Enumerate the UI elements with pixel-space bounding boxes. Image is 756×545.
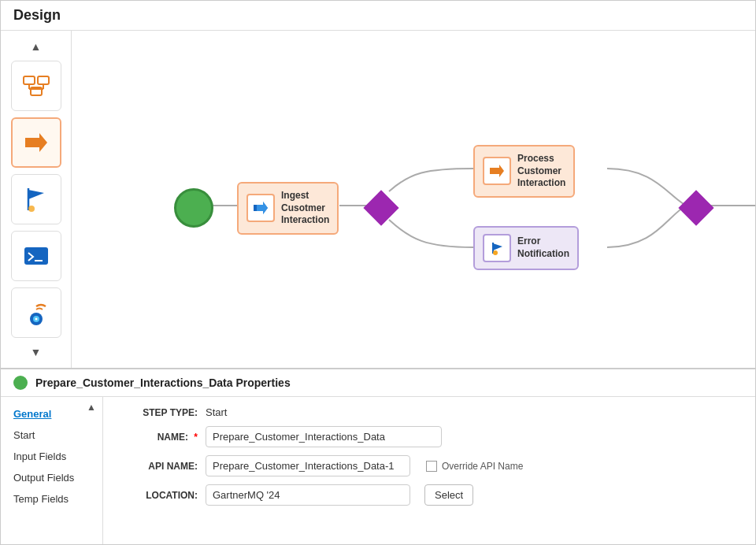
diamond2-container <box>682 194 710 222</box>
flow-icon <box>20 70 52 102</box>
diamond1-node[interactable] <box>367 194 395 222</box>
override-checkbox[interactable] <box>426 461 437 472</box>
step-type-row: Step Type: Start <box>119 406 739 418</box>
diamond1-container <box>367 194 395 222</box>
header-title: Design <box>13 7 61 23</box>
error-notification-box: ErrorNotification <box>473 226 579 270</box>
main-container: Design ▲ <box>0 0 756 545</box>
canvas: IngestCusotmerInteraction ProcessCus <box>72 31 755 368</box>
sidebar-item-arrow[interactable] <box>11 117 61 168</box>
start-circle <box>174 188 213 228</box>
nav-item-input-fields[interactable]: Input Fields <box>1 446 102 467</box>
svg-marker-20 <box>257 202 268 214</box>
location-label: Location: <box>119 490 198 501</box>
process-customer-node[interactable]: ProcessCustomerInteraction <box>473 145 575 198</box>
api-name-row: API Name: Override API Name <box>119 455 739 476</box>
svg-rect-11 <box>24 247 48 265</box>
sidebar-item-flag[interactable] <box>11 174 61 224</box>
svg-rect-0 <box>24 76 35 84</box>
name-row: Name: * <box>119 426 739 447</box>
location-input[interactable] <box>206 484 410 506</box>
svg-point-24 <box>493 250 498 255</box>
svg-point-15 <box>35 318 37 321</box>
properties-header-icon <box>13 376 28 390</box>
satellite-icon <box>22 298 50 327</box>
error-notification-node[interactable]: ErrorNotification <box>473 226 579 270</box>
svg-point-10 <box>28 206 35 212</box>
diamond2-node[interactable] <box>682 194 710 222</box>
svg-marker-21 <box>490 165 504 177</box>
design-area: ▲ <box>1 31 755 369</box>
step-type-label: Step Type: <box>119 407 198 418</box>
properties-nav-chevron[interactable]: ▲ <box>87 402 96 413</box>
error-notification-label: ErrorNotification <box>517 235 569 260</box>
error-notification-icon <box>483 234 511 262</box>
api-name-label: API Name: <box>119 461 198 472</box>
ingest-icon <box>246 194 275 222</box>
arrow-icon <box>22 128 50 157</box>
sidebar-chevron-down[interactable]: ▼ <box>28 343 45 361</box>
properties-content: ▲ General Start Input Fields Output Fiel… <box>1 397 755 544</box>
diamond2 <box>678 190 713 225</box>
properties-panel: Prepare_Customer_Interactions_Data Prope… <box>1 369 755 544</box>
flag-icon <box>22 185 50 213</box>
process-customer-box: ProcessCustomerInteraction <box>473 145 575 198</box>
override-label: Override API Name <box>442 461 523 472</box>
step-type-value: Start <box>206 406 227 418</box>
location-row: Location: Select <box>119 484 739 506</box>
sidebar-chevron-up[interactable]: ▲ <box>28 37 45 56</box>
header: Design <box>1 1 755 31</box>
start-node[interactable] <box>174 188 213 228</box>
nav-item-temp-fields[interactable]: Temp Fields <box>1 488 102 510</box>
sidebar-item-satellite[interactable] <box>11 287 61 338</box>
select-button[interactable]: Select <box>424 484 473 506</box>
ingest-process-box: IngestCusotmerInteraction <box>237 182 339 235</box>
process-customer-icon <box>483 157 511 185</box>
sidebar-item-flow[interactable] <box>11 61 61 111</box>
api-name-input[interactable] <box>206 455 410 476</box>
properties-nav: ▲ General Start Input Fields Output Fiel… <box>1 397 103 544</box>
svg-marker-9 <box>28 190 44 199</box>
diamond1 <box>363 190 398 225</box>
name-label: Name: * <box>119 432 198 443</box>
name-input[interactable] <box>206 426 442 447</box>
properties-header: Prepare_Customer_Interactions_Data Prope… <box>1 369 755 397</box>
override-container: Override API Name <box>426 461 523 472</box>
svg-marker-7 <box>25 133 47 152</box>
required-star: * <box>194 432 198 443</box>
properties-form: Step Type: Start Name: * API Name: <box>103 397 755 544</box>
svg-rect-1 <box>38 76 49 84</box>
nav-item-output-fields[interactable]: Output Fields <box>1 467 102 488</box>
terminal-icon <box>22 242 50 270</box>
properties-header-title: Prepare_Customer_Interactions_Data Prope… <box>35 376 291 389</box>
sidebar-item-terminal[interactable] <box>11 231 61 281</box>
process-customer-label: ProcessCustomerInteraction <box>517 153 565 190</box>
svg-marker-23 <box>493 243 502 250</box>
nav-item-start[interactable]: Start <box>1 425 102 446</box>
sidebar: ▲ <box>1 31 72 368</box>
ingest-node[interactable]: IngestCusotmerInteraction <box>237 182 339 235</box>
ingest-label: IngestCusotmerInteraction <box>281 190 329 227</box>
